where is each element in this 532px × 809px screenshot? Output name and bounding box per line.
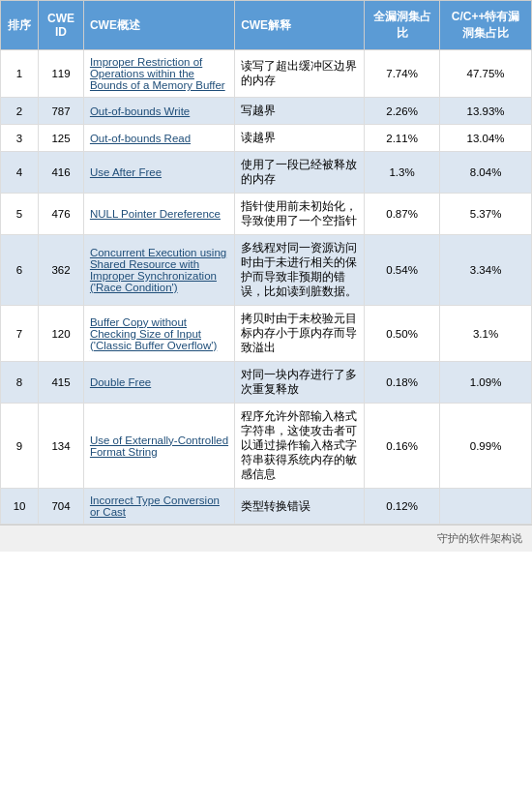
cell-ratio: 0.16% (365, 404, 440, 489)
cell-cwe-id: 704 (39, 489, 84, 524)
cell-cwe-explain: 指针使用前未初始化，导致使用了一个空指针 (235, 194, 365, 235)
cell-ratio: 7.74% (365, 50, 440, 98)
table-row: 4416Use After Free使用了一段已经被释放的内存1.3%8.04% (1, 152, 532, 194)
cell-ratio: 0.18% (365, 362, 440, 404)
cell-rank: 1 (1, 50, 39, 98)
cell-cwe-id: 362 (39, 235, 84, 306)
table-row: 1119Improper Restriction of Operations w… (1, 50, 532, 98)
cell-cwe-desc: Double Free (83, 362, 234, 404)
cell-cwe-desc: Out-of-bounds Write (83, 98, 234, 125)
cwe-link[interactable]: Incorrect Type Conversion or Cast (90, 494, 220, 518)
cell-c-ratio: 1.09% (440, 362, 532, 404)
table-row: 8415Double Free对同一块内存进行了多次重复释放0.18%1.09% (1, 362, 532, 404)
cell-cwe-id: 134 (39, 404, 84, 489)
cwe-link[interactable]: Use of Externally-Controlled Format Stri… (90, 434, 228, 458)
header-rank: 排序 (1, 1, 39, 50)
header-ratio: 全漏洞集占比 (365, 1, 440, 50)
cell-rank: 5 (1, 194, 39, 235)
cell-ratio: 0.87% (365, 194, 440, 235)
cell-c-ratio: 3.34% (440, 235, 532, 306)
cwe-link[interactable]: NULL Pointer Dereference (90, 208, 221, 220)
cell-cwe-id: 125 (39, 125, 84, 152)
cell-cwe-explain: 类型转换错误 (235, 489, 365, 524)
table-row: 9134Use of Externally-Controlled Format … (1, 404, 532, 489)
header-cwe-explain: CWE解释 (235, 1, 365, 50)
cell-rank: 2 (1, 98, 39, 125)
cell-cwe-desc: Use of Externally-Controlled Format Stri… (83, 404, 234, 489)
cell-rank: 7 (1, 306, 39, 362)
cell-cwe-id: 119 (39, 50, 84, 98)
cell-c-ratio: 47.75% (440, 50, 532, 98)
cwe-link[interactable]: Double Free (90, 376, 151, 388)
cell-cwe-id: 415 (39, 362, 84, 404)
cwe-link[interactable]: Buffer Copy without Checking Size of Inp… (90, 316, 217, 351)
cell-cwe-id: 787 (39, 98, 84, 125)
cwe-link[interactable]: Improper Restriction of Operations withi… (90, 56, 225, 91)
footer-text: 守护的软件架构说 (437, 532, 522, 544)
cell-c-ratio: 3.1% (440, 306, 532, 362)
cwe-link[interactable]: Concurrent Execution using Shared Resour… (90, 247, 226, 293)
cell-cwe-explain: 拷贝时由于未校验元目标内存小于原内存而导致溢出 (235, 306, 365, 362)
cwe-link[interactable]: Out-of-bounds Read (90, 133, 191, 144)
cell-cwe-explain: 多线程对同一资源访问时由于未进行相关的保护而导致非预期的错误，比如读到脏数据。 (235, 235, 365, 306)
cell-cwe-id: 476 (39, 194, 84, 235)
header-cwe-desc: CWE概述 (83, 1, 234, 50)
cwe-link[interactable]: Out-of-bounds Write (90, 105, 190, 117)
table-row: 5476NULL Pointer Dereference指针使用前未初始化，导致… (1, 194, 532, 235)
cell-cwe-desc: Use After Free (83, 152, 234, 194)
cell-cwe-explain: 读写了超出缓冲区边界的内存 (235, 50, 365, 98)
cell-ratio: 0.50% (365, 306, 440, 362)
cell-cwe-id: 120 (39, 306, 84, 362)
header-cwe-id: CWE ID (39, 1, 84, 50)
cell-rank: 4 (1, 152, 39, 194)
cell-c-ratio: 0.99% (440, 404, 532, 489)
cell-cwe-id: 416 (39, 152, 84, 194)
table-row: 10704Incorrect Type Conversion or Cast类型… (1, 489, 532, 524)
cell-cwe-explain: 写越界 (235, 98, 365, 125)
cell-cwe-desc: Improper Restriction of Operations withi… (83, 50, 234, 98)
cell-ratio: 0.12% (365, 489, 440, 524)
table-row: 3125Out-of-bounds Read读越界2.11%13.04% (1, 125, 532, 152)
table-row: 2787Out-of-bounds Write写越界2.26%13.93% (1, 98, 532, 125)
cell-cwe-explain: 使用了一段已经被释放的内存 (235, 152, 365, 194)
header-c-ratio: C/C++特有漏洞集占比 (440, 1, 532, 50)
cell-cwe-explain: 对同一块内存进行了多次重复释放 (235, 362, 365, 404)
cell-c-ratio: 5.37% (440, 194, 532, 235)
cell-rank: 6 (1, 235, 39, 306)
cell-cwe-desc: NULL Pointer Dereference (83, 194, 234, 235)
cell-cwe-desc: Out-of-bounds Read (83, 125, 234, 152)
cell-cwe-desc: Concurrent Execution using Shared Resour… (83, 235, 234, 306)
cell-cwe-explain: 读越界 (235, 125, 365, 152)
cell-cwe-explain: 程序允许外部输入格式字符串，这使攻击者可以通过操作输入格式字符串获得系统内存的敏… (235, 404, 365, 489)
cell-cwe-desc: Buffer Copy without Checking Size of Inp… (83, 306, 234, 362)
cell-c-ratio (440, 489, 532, 524)
cell-rank: 8 (1, 362, 39, 404)
cell-c-ratio: 8.04% (440, 152, 532, 194)
footer-bar: 守护的软件架构说 (0, 524, 532, 552)
cell-ratio: 2.26% (365, 98, 440, 125)
table-row: 6362Concurrent Execution using Shared Re… (1, 235, 532, 306)
cell-cwe-desc: Incorrect Type Conversion or Cast (83, 489, 234, 524)
cell-rank: 9 (1, 404, 39, 489)
cell-ratio: 2.11% (365, 125, 440, 152)
cell-rank: 3 (1, 125, 39, 152)
cell-rank: 10 (1, 489, 39, 524)
table-row: 7120Buffer Copy without Checking Size of… (1, 306, 532, 362)
cell-c-ratio: 13.04% (440, 125, 532, 152)
cell-ratio: 0.54% (365, 235, 440, 306)
cell-c-ratio: 13.93% (440, 98, 532, 125)
cell-ratio: 1.3% (365, 152, 440, 194)
cwe-link[interactable]: Use After Free (90, 166, 162, 178)
